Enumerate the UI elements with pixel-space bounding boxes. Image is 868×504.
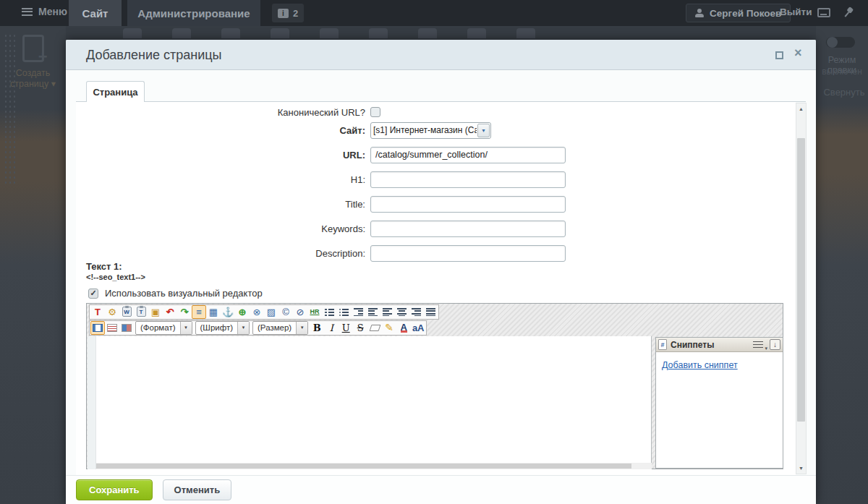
main-menu-button[interactable]: Меню bbox=[22, 6, 67, 17]
snippets-dock-icon[interactable]: ↓ bbox=[770, 339, 780, 350]
align-center-button[interactable] bbox=[394, 305, 409, 319]
unordered-list-icon bbox=[339, 308, 349, 316]
font-select[interactable]: (Шрифт)▼ bbox=[195, 321, 250, 335]
background-toolbar-icons bbox=[123, 28, 535, 38]
canonical-url-row: Канонический URL? bbox=[76, 103, 380, 121]
format-brush-button[interactable]: ✎ bbox=[382, 321, 396, 335]
dropdown-arrow-icon[interactable]: ▼ bbox=[237, 322, 249, 334]
tab-page[interactable]: Страница bbox=[86, 81, 145, 102]
insert-link-button[interactable]: ⊕ bbox=[235, 305, 250, 319]
indent-button[interactable] bbox=[365, 305, 380, 319]
scroll-up-icon[interactable]: ▲ bbox=[796, 103, 806, 114]
italic-button[interactable]: I bbox=[324, 321, 339, 335]
indent-icon bbox=[368, 308, 378, 316]
canonical-url-checkbox[interactable] bbox=[370, 107, 380, 117]
form-scrollbar[interactable]: ▲ ▼ bbox=[796, 103, 807, 474]
snippets-menu-icon[interactable] bbox=[753, 341, 763, 349]
text-color-icon: A bbox=[401, 323, 407, 333]
outdent-icon bbox=[354, 308, 363, 316]
tab-site[interactable]: Сайт bbox=[69, 0, 122, 26]
cancel-button[interactable]: Отменить bbox=[163, 479, 232, 500]
chevron-down-icon[interactable]: ▼ bbox=[477, 124, 490, 137]
pin-icon[interactable] bbox=[840, 4, 856, 21]
dropdown-arrow-icon[interactable]: ▼ bbox=[296, 322, 307, 334]
editor-hscroll-thumb[interactable] bbox=[96, 464, 631, 469]
visual-editor: T⚙WT▣↶↷≡▦⚓⊕⊗▨©⊘HR (Формат)▼(Шрифт)▼(Разм… bbox=[86, 303, 783, 469]
horizontal-rule-icon: HR bbox=[310, 309, 320, 315]
paste-from-word-button[interactable]: W bbox=[119, 305, 134, 319]
visual-editor-checkbox[interactable]: ✓ bbox=[88, 289, 98, 299]
maximize-icon[interactable] bbox=[775, 51, 783, 59]
typograph-button[interactable]: T bbox=[90, 305, 105, 319]
h1-row: H1: bbox=[76, 171, 566, 188]
insert-component-button[interactable]: ▣ bbox=[148, 305, 163, 319]
undo-button[interactable]: ↶ bbox=[163, 305, 177, 319]
unordered-list-button[interactable] bbox=[336, 305, 351, 319]
scroll-down-icon[interactable]: ▼ bbox=[796, 463, 806, 474]
insert-flash-button[interactable]: ⊘ bbox=[293, 305, 307, 319]
snippets-panel: # Сниппеты ↓ Добавить сниппет bbox=[655, 337, 783, 469]
ordered-list-button[interactable] bbox=[322, 305, 336, 319]
settings-icon: ⚙ bbox=[108, 307, 116, 317]
settings-button[interactable]: ⚙ bbox=[105, 305, 119, 319]
editor-content-area[interactable] bbox=[88, 336, 652, 469]
description-row: Description: bbox=[76, 244, 566, 262]
bold-button[interactable]: B bbox=[310, 321, 324, 335]
redo-button[interactable]: ↷ bbox=[177, 305, 192, 319]
outdent-button[interactable] bbox=[351, 305, 365, 319]
description-input[interactable] bbox=[370, 245, 566, 262]
user-menu-button[interactable]: Сергей Покоев bbox=[686, 4, 791, 22]
tab-administration[interactable]: Администрирование bbox=[127, 0, 260, 26]
view-visual-button[interactable] bbox=[90, 321, 105, 335]
horizontal-rule-button[interactable]: HR bbox=[307, 305, 322, 319]
align-left-button[interactable] bbox=[380, 305, 394, 319]
justify-button[interactable] bbox=[423, 305, 438, 319]
format-select[interactable]: (Формат)▼ bbox=[135, 321, 192, 335]
paste-as-text-button[interactable]: T bbox=[134, 305, 148, 319]
text-color-button[interactable]: A bbox=[396, 321, 411, 335]
desktop-icon[interactable] bbox=[817, 8, 830, 17]
add-snippet-link[interactable]: Добавить сниппет bbox=[662, 360, 738, 370]
insert-table-icon: ▦ bbox=[209, 307, 218, 317]
save-button[interactable]: Сохранить bbox=[76, 479, 153, 500]
align-right-button[interactable] bbox=[409, 305, 423, 319]
copyright-icon: © bbox=[282, 307, 289, 317]
dropdown-arrow-icon[interactable]: ▼ bbox=[180, 322, 192, 334]
site-label: Сайт: bbox=[76, 125, 365, 136]
collapse-button[interactable]: Свернуть bbox=[820, 87, 868, 98]
h1-input[interactable] bbox=[370, 171, 566, 188]
copyright-button[interactable]: © bbox=[278, 305, 293, 319]
insert-table-button[interactable]: ▦ bbox=[206, 305, 221, 319]
format-select-value: (Формат) bbox=[136, 323, 180, 332]
insert-component-icon: ▣ bbox=[151, 307, 160, 317]
dialog-header[interactable]: Добавление страницы × bbox=[66, 40, 816, 70]
edit-mode-state: выключен bbox=[816, 67, 868, 77]
url-input[interactable] bbox=[370, 147, 566, 163]
keywords-input[interactable] bbox=[370, 221, 566, 237]
site-select[interactable]: [s1] Интернет-магазин (Сайт ▼ bbox=[370, 122, 491, 139]
visual-editor-label: Использовать визуальный редактор bbox=[105, 288, 263, 299]
format-brush-icon: ✎ bbox=[385, 323, 393, 333]
underline-button[interactable]: U bbox=[339, 321, 353, 335]
close-icon[interactable]: × bbox=[794, 46, 802, 61]
editor-gutter bbox=[88, 336, 96, 469]
title-input[interactable] bbox=[370, 196, 566, 213]
edit-mode-toggle[interactable] bbox=[826, 37, 855, 48]
editor-horizontal-scrollbar[interactable] bbox=[96, 463, 652, 469]
scrollbar-thumb[interactable] bbox=[797, 138, 805, 422]
remove-link-button[interactable]: ⊗ bbox=[250, 305, 264, 319]
url-label: URL: bbox=[76, 150, 365, 161]
insert-spacer-button[interactable]: ≡ bbox=[192, 305, 206, 319]
font-style-button[interactable]: aA bbox=[411, 321, 425, 335]
view-code-button[interactable] bbox=[105, 321, 119, 335]
insert-image-button[interactable]: ▨ bbox=[264, 305, 278, 319]
notifications-button[interactable]: i 2 bbox=[272, 4, 304, 22]
eraser-button[interactable] bbox=[367, 321, 382, 335]
left-sidebar: Создать страницу ▾ bbox=[0, 26, 66, 504]
view-split-button[interactable] bbox=[119, 321, 134, 335]
paste-as-text-icon: T bbox=[137, 307, 146, 317]
logout-button[interactable]: Выйти bbox=[780, 7, 812, 17]
anchor-button[interactable]: ⚓ bbox=[221, 305, 235, 319]
size-select[interactable]: (Размер)▼ bbox=[252, 321, 308, 335]
strikethrough-button[interactable]: S bbox=[353, 321, 367, 335]
